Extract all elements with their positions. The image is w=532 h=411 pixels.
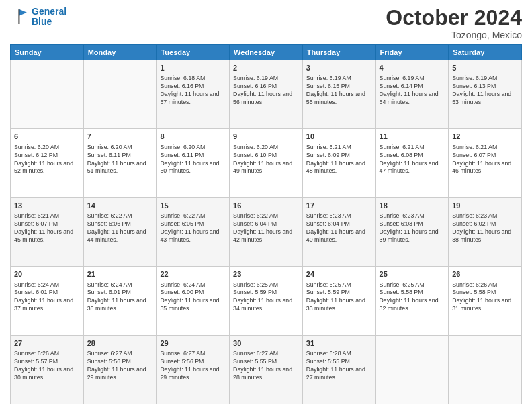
day-info: Sunrise: 6:18 AM Sunset: 6:16 PM Dayligh… <box>160 75 226 107</box>
day-number: 20 <box>14 269 80 279</box>
day-info: Sunrise: 6:25 AM Sunset: 5:59 PM Dayligh… <box>306 281 372 314</box>
header: General Blue October 2024 Tozongo, Mexic… <box>10 7 522 40</box>
day-info: Sunrise: 6:23 AM Sunset: 6:04 PM Dayligh… <box>306 212 372 244</box>
calendar-cell-w5-d4: 31Sunrise: 6:28 AM Sunset: 5:55 PM Dayli… <box>302 335 375 404</box>
calendar-cell-w2-d2: 8Sunrise: 6:20 AM Sunset: 6:11 PM Daylig… <box>157 129 230 197</box>
calendar-cell-w2-d5: 11Sunrise: 6:21 AM Sunset: 6:08 PM Dayli… <box>375 129 449 197</box>
day-number: 28 <box>87 338 153 349</box>
calendar-week-5: 27Sunrise: 6:26 AM Sunset: 5:57 PM Dayli… <box>11 335 522 404</box>
calendar-cell-w4-d4: 24Sunrise: 6:25 AM Sunset: 5:59 PM Dayli… <box>302 267 375 335</box>
logo: General Blue <box>10 7 66 28</box>
day-number: 1 <box>160 63 226 73</box>
day-number: 17 <box>306 201 372 211</box>
day-number: 2 <box>233 63 299 73</box>
calendar-cell-w3-d5: 18Sunrise: 6:23 AM Sunset: 6:03 PM Dayli… <box>375 197 449 266</box>
calendar-cell-w2-d1: 7Sunrise: 6:20 AM Sunset: 6:11 PM Daylig… <box>83 129 157 197</box>
day-number: 19 <box>452 201 518 211</box>
calendar-cell-w3-d1: 14Sunrise: 6:22 AM Sunset: 6:06 PM Dayli… <box>83 197 157 266</box>
day-info: Sunrise: 6:22 AM Sunset: 6:05 PM Dayligh… <box>160 212 226 244</box>
day-info: Sunrise: 6:24 AM Sunset: 6:01 PM Dayligh… <box>87 281 153 314</box>
calendar-cell-w1-d5: 4Sunrise: 6:19 AM Sunset: 6:14 PM Daylig… <box>375 60 449 129</box>
location: Tozongo, Mexico <box>386 30 522 40</box>
day-info: Sunrise: 6:19 AM Sunset: 6:15 PM Dayligh… <box>306 75 372 107</box>
calendar-cell-w4-d2: 22Sunrise: 6:24 AM Sunset: 6:00 PM Dayli… <box>157 267 230 335</box>
day-number: 14 <box>87 201 153 211</box>
day-info: Sunrise: 6:19 AM Sunset: 6:16 PM Dayligh… <box>233 75 299 107</box>
day-number: 7 <box>87 132 153 142</box>
calendar-cell-w4-d1: 21Sunrise: 6:24 AM Sunset: 6:01 PM Dayli… <box>83 267 157 335</box>
calendar-week-3: 13Sunrise: 6:21 AM Sunset: 6:07 PM Dayli… <box>11 197 522 266</box>
calendar-cell-w2-d4: 10Sunrise: 6:21 AM Sunset: 6:09 PM Dayli… <box>302 129 375 197</box>
day-info: Sunrise: 6:23 AM Sunset: 6:02 PM Dayligh… <box>452 212 518 244</box>
calendar-cell-w5-d5 <box>375 335 449 404</box>
day-number: 23 <box>233 269 299 279</box>
col-monday: Monday <box>83 45 157 60</box>
col-sunday: Sunday <box>11 45 84 60</box>
day-number: 26 <box>452 269 518 279</box>
day-info: Sunrise: 6:20 AM Sunset: 6:12 PM Dayligh… <box>14 144 80 176</box>
calendar-cell-w5-d2: 29Sunrise: 6:27 AM Sunset: 5:56 PM Dayli… <box>157 335 230 404</box>
day-number: 5 <box>452 63 518 73</box>
day-info: Sunrise: 6:28 AM Sunset: 5:55 PM Dayligh… <box>306 350 372 382</box>
day-number: 9 <box>233 132 299 142</box>
day-number: 13 <box>14 201 80 211</box>
calendar-cell-w1-d6: 5Sunrise: 6:19 AM Sunset: 6:13 PM Daylig… <box>449 60 522 129</box>
day-info: Sunrise: 6:19 AM Sunset: 6:14 PM Dayligh… <box>380 75 445 107</box>
day-info: Sunrise: 6:24 AM Sunset: 6:00 PM Dayligh… <box>160 281 226 314</box>
day-info: Sunrise: 6:27 AM Sunset: 5:56 PM Dayligh… <box>87 350 153 382</box>
day-info: Sunrise: 6:23 AM Sunset: 6:03 PM Dayligh… <box>380 212 445 244</box>
calendar-cell-w4-d3: 23Sunrise: 6:25 AM Sunset: 5:59 PM Dayli… <box>230 267 303 335</box>
day-info: Sunrise: 6:26 AM Sunset: 5:58 PM Dayligh… <box>452 281 518 314</box>
day-info: Sunrise: 6:19 AM Sunset: 6:13 PM Dayligh… <box>452 75 518 107</box>
day-info: Sunrise: 6:27 AM Sunset: 5:56 PM Dayligh… <box>160 350 226 382</box>
day-info: Sunrise: 6:22 AM Sunset: 6:04 PM Dayligh… <box>233 212 299 244</box>
calendar-cell-w1-d2: 1Sunrise: 6:18 AM Sunset: 6:16 PM Daylig… <box>157 60 230 129</box>
day-number: 31 <box>306 338 372 349</box>
calendar-cell-w5-d1: 28Sunrise: 6:27 AM Sunset: 5:56 PM Dayli… <box>83 335 157 404</box>
day-number: 27 <box>14 338 80 349</box>
day-number: 29 <box>160 338 226 349</box>
day-info: Sunrise: 6:21 AM Sunset: 6:07 PM Dayligh… <box>14 212 80 244</box>
day-info: Sunrise: 6:27 AM Sunset: 5:55 PM Dayligh… <box>233 350 299 382</box>
page: General Blue October 2024 Tozongo, Mexic… <box>0 0 532 411</box>
calendar-cell-w2-d6: 12Sunrise: 6:21 AM Sunset: 6:07 PM Dayli… <box>449 129 522 197</box>
calendar-cell-w3-d3: 16Sunrise: 6:22 AM Sunset: 6:04 PM Dayli… <box>230 197 303 266</box>
day-number: 3 <box>306 63 372 73</box>
calendar-cell-w3-d2: 15Sunrise: 6:22 AM Sunset: 6:05 PM Dayli… <box>157 197 230 266</box>
calendar-cell-w3-d6: 19Sunrise: 6:23 AM Sunset: 6:02 PM Dayli… <box>449 197 522 266</box>
day-number: 11 <box>380 132 445 142</box>
col-wednesday: Wednesday <box>230 45 303 60</box>
day-number: 30 <box>233 338 299 349</box>
calendar-cell-w5-d3: 30Sunrise: 6:27 AM Sunset: 5:55 PM Dayli… <box>230 335 303 404</box>
calendar-cell-w1-d3: 2Sunrise: 6:19 AM Sunset: 6:16 PM Daylig… <box>230 60 303 129</box>
calendar-cell-w2-d3: 9Sunrise: 6:20 AM Sunset: 6:10 PM Daylig… <box>230 129 303 197</box>
title-block: October 2024 Tozongo, Mexico <box>386 7 522 40</box>
day-info: Sunrise: 6:25 AM Sunset: 5:59 PM Dayligh… <box>233 281 299 314</box>
svg-rect-2 <box>18 10 19 25</box>
calendar-cell-w2-d0: 6Sunrise: 6:20 AM Sunset: 6:12 PM Daylig… <box>11 129 84 197</box>
calendar-cell-w1-d0 <box>11 60 84 129</box>
calendar-week-2: 6Sunrise: 6:20 AM Sunset: 6:12 PM Daylig… <box>11 129 522 197</box>
day-number: 12 <box>452 132 518 142</box>
day-number: 15 <box>160 201 226 211</box>
day-info: Sunrise: 6:25 AM Sunset: 5:58 PM Dayligh… <box>380 281 445 314</box>
col-friday: Friday <box>375 45 449 60</box>
day-info: Sunrise: 6:20 AM Sunset: 6:11 PM Dayligh… <box>87 144 153 176</box>
calendar-table: Sunday Monday Tuesday Wednesday Thursday… <box>10 44 522 404</box>
day-number: 4 <box>380 63 445 73</box>
general-blue-logo-icon <box>10 7 29 26</box>
day-info: Sunrise: 6:26 AM Sunset: 5:57 PM Dayligh… <box>14 350 80 382</box>
day-info: Sunrise: 6:20 AM Sunset: 6:10 PM Dayligh… <box>233 144 299 176</box>
day-info: Sunrise: 6:21 AM Sunset: 6:07 PM Dayligh… <box>452 144 518 176</box>
day-number: 22 <box>160 269 226 279</box>
logo-blue: Blue <box>32 16 52 27</box>
calendar-week-1: 1Sunrise: 6:18 AM Sunset: 6:16 PM Daylig… <box>11 60 522 129</box>
day-number: 21 <box>87 269 153 279</box>
col-tuesday: Tuesday <box>157 45 230 60</box>
day-info: Sunrise: 6:22 AM Sunset: 6:06 PM Dayligh… <box>87 212 153 244</box>
calendar-cell-w3-d4: 17Sunrise: 6:23 AM Sunset: 6:04 PM Dayli… <box>302 197 375 266</box>
col-saturday: Saturday <box>449 45 522 60</box>
day-number: 18 <box>380 201 445 211</box>
day-number: 25 <box>380 269 445 279</box>
logo-general: General <box>32 6 66 17</box>
